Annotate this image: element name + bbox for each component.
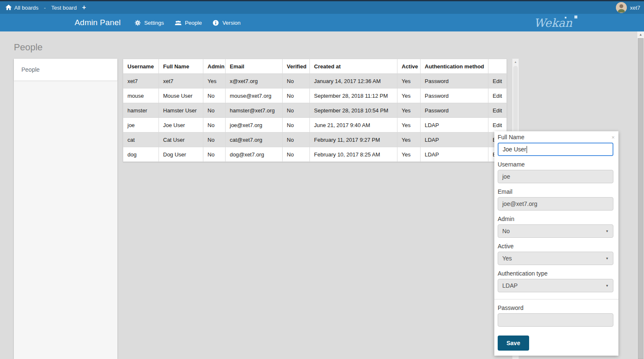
col-username: Username xyxy=(123,59,159,74)
username-label: xet7 xyxy=(630,5,640,11)
top-header-bar: All boards - Test board + xet7 xyxy=(0,0,644,14)
chevron-down-icon: ▼ xyxy=(605,257,609,260)
cell-full-name: Mouse User xyxy=(159,88,203,103)
cell-full-name: xet7 xyxy=(159,74,203,88)
cell-created-at: February 11, 2017 9:27 PM xyxy=(310,133,397,147)
cell-admin: No xyxy=(203,147,226,162)
scroll-up-arrow-icon: ▲ xyxy=(637,31,644,36)
cell-admin: No xyxy=(203,103,226,118)
people-icon xyxy=(175,20,182,26)
cell-active: Yes xyxy=(397,88,421,103)
email-label: Email xyxy=(498,188,613,195)
chevron-down-icon: ▼ xyxy=(605,229,609,233)
user-menu[interactable]: xet7 xyxy=(616,2,644,13)
active-label: Active xyxy=(498,243,613,250)
cell-active: Yes xyxy=(397,133,421,147)
nav-item-people[interactable]: People xyxy=(169,20,207,26)
chevron-down-icon: ▼ xyxy=(605,284,609,288)
cell-active: Yes xyxy=(397,103,421,118)
logo-square-icon xyxy=(574,16,577,18)
cell-admin: No xyxy=(203,133,226,147)
info-icon xyxy=(213,20,219,26)
page-scrollbar[interactable]: ▲ xyxy=(637,31,644,359)
cell-created-at: January 14, 2017 12:36 AM xyxy=(310,74,397,88)
active-select[interactable]: Yes ▼ xyxy=(498,252,613,265)
cell-admin: Yes xyxy=(203,74,226,88)
cell-username: cat xyxy=(123,133,159,147)
cell-admin: No xyxy=(203,118,226,133)
admin-select[interactable]: No ▼ xyxy=(498,224,613,238)
cell-verified: No xyxy=(283,103,310,118)
cell-verified: No xyxy=(283,133,310,147)
active-selected-value: Yes xyxy=(502,255,512,262)
all-boards-link[interactable]: All boards xyxy=(5,5,39,11)
cell-admin: No xyxy=(203,88,226,103)
save-button[interactable]: Save xyxy=(498,336,529,351)
cell-auth-method: Password xyxy=(421,88,488,103)
nav-settings-label: Settings xyxy=(144,20,164,26)
admin-panel-title: Admin Panel xyxy=(75,18,121,27)
email-value: joe@xet7.org xyxy=(502,200,537,207)
nav-version-label: Version xyxy=(222,20,240,26)
cell-verified: No xyxy=(283,118,310,133)
user-avatar xyxy=(616,2,627,13)
breadcrumb-separator: - xyxy=(44,5,46,11)
table-row: dog Dog User No dog@xet7.org No February… xyxy=(123,147,507,162)
edit-link[interactable]: Edit xyxy=(493,93,502,99)
cell-username: mouse xyxy=(123,88,159,103)
col-email: Email xyxy=(226,59,283,74)
page-scrollbar-thumb[interactable] xyxy=(638,38,644,359)
close-icon[interactable]: × xyxy=(611,135,615,140)
table-row: xet7 xet7 Yes x@xet7.org No January 14, … xyxy=(123,74,507,88)
password-input[interactable] xyxy=(498,313,613,327)
edit-link[interactable]: Edit xyxy=(493,122,502,128)
home-icon xyxy=(5,5,12,10)
col-full-name: Full Name xyxy=(159,59,203,74)
users-table: Username Full Name Admin Email Verified … xyxy=(123,59,507,162)
logo-square-small-icon xyxy=(565,17,566,18)
sidebar-item-people[interactable]: People xyxy=(14,59,117,81)
cell-auth-method: LDAP xyxy=(421,133,488,147)
cell-active: Yes xyxy=(397,147,421,162)
admin-label: Admin xyxy=(498,216,613,222)
full-name-input[interactable]: Joe User xyxy=(498,143,613,156)
board-link[interactable]: Test board xyxy=(51,5,77,11)
edit-link[interactable]: Edit xyxy=(493,78,502,84)
cell-auth-method: LDAP xyxy=(421,147,488,162)
cell-verified: No xyxy=(283,88,310,103)
plus-icon: + xyxy=(82,4,86,11)
auth-type-select[interactable]: LDAP ▼ xyxy=(498,279,613,292)
form-divider xyxy=(494,299,618,299)
username-input[interactable]: joe xyxy=(498,170,613,183)
cell-auth-method: Password xyxy=(421,74,488,88)
password-label: Password xyxy=(498,304,613,311)
username-value: joe xyxy=(502,173,510,180)
cell-verified: No xyxy=(283,74,310,88)
cell-username: dog xyxy=(123,147,159,162)
nav-item-version[interactable]: Version xyxy=(207,20,246,26)
scroll-up-arrow-icon: ▲ xyxy=(512,59,519,63)
admin-nav-bar: Admin Panel xyxy=(0,14,644,31)
wekan-logo: Wekan xyxy=(534,17,572,29)
col-actions xyxy=(488,59,507,74)
nav-item-settings[interactable]: Settings xyxy=(129,20,169,26)
text-cursor xyxy=(527,146,527,153)
col-created-at: Created at xyxy=(310,59,397,74)
cell-username: hamster xyxy=(123,103,159,118)
cell-auth-method: Password xyxy=(421,103,488,118)
auth-type-selected-value: LDAP xyxy=(502,282,518,289)
full-name-label: Full Name xyxy=(498,134,613,140)
auth-type-label: Authentication type xyxy=(498,270,613,277)
email-input[interactable]: joe@xet7.org xyxy=(498,197,613,211)
table-row: cat Cat User No cat@xet7.org No February… xyxy=(123,133,507,147)
table-header-row: Username Full Name Admin Email Verified … xyxy=(123,59,507,74)
all-boards-label: All boards xyxy=(14,5,39,11)
admin-sidebar: People xyxy=(14,59,117,359)
username-label: Username xyxy=(498,161,613,168)
cell-username: xet7 xyxy=(123,74,159,88)
cell-auth-method: LDAP xyxy=(421,118,488,133)
add-board-button[interactable]: + xyxy=(82,4,86,11)
cell-email: cat@xet7.org xyxy=(226,133,283,147)
cell-created-at: September 28, 2018 10:54 PM xyxy=(310,103,397,118)
edit-link[interactable]: Edit xyxy=(493,107,502,114)
